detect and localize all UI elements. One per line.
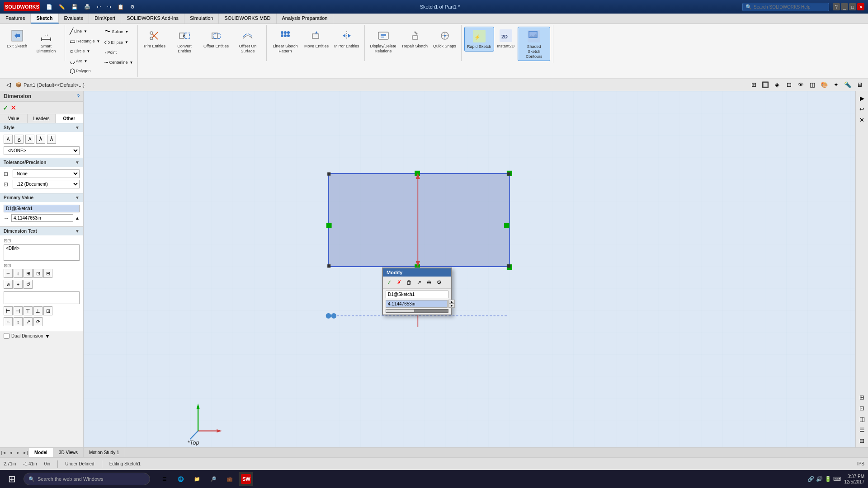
- modify-cancel-button[interactable]: ✗: [395, 278, 404, 287]
- modify-settings-button[interactable]: ⚙: [434, 278, 443, 287]
- tray-keyboard-icon[interactable]: ⌨: [833, 476, 841, 482]
- view-3d-button[interactable]: 🔲: [760, 80, 770, 90]
- tray-network-icon[interactable]: 🔗: [807, 476, 814, 482]
- dim-text-btn-3[interactable]: ⊞: [24, 269, 33, 278]
- dim-gap-btn-4[interactable]: ⟳: [33, 317, 42, 326]
- menu-undo[interactable]: ↩: [94, 3, 104, 11]
- view-orientation-button[interactable]: ⊞: [749, 80, 759, 90]
- centerline-button[interactable]: ┄ Centerline ▼: [103, 58, 135, 67]
- dim-text-btn-2[interactable]: ↕: [14, 269, 23, 278]
- primary-name-field[interactable]: [4, 205, 80, 212]
- dim-gap-btn-2[interactable]: ↕: [14, 317, 23, 326]
- panel-cancel-button[interactable]: ✕: [10, 103, 16, 112]
- style-icon-4[interactable]: Å: [36, 135, 45, 144]
- offset-button[interactable]: Offset Entities: [201, 27, 231, 51]
- right-view-btn-2[interactable]: ⊡: [857, 403, 867, 413]
- dim-align-btn-2[interactable]: ⊣: [14, 306, 23, 315]
- dual-dimension-checkbox[interactable]: [4, 333, 9, 339]
- circle-button[interactable]: ○ Circle ▼: [68, 47, 102, 56]
- tab-motion-study[interactable]: Motion Study 1: [84, 448, 125, 457]
- style-icon-2[interactable]: A̲: [14, 135, 24, 144]
- spline-button[interactable]: 〜 Spline ▼: [103, 27, 135, 37]
- maximize-button[interactable]: □: [849, 3, 856, 10]
- dim-gap-btn-1[interactable]: ↔: [4, 317, 13, 326]
- style-icon-3[interactable]: Ä: [25, 135, 34, 144]
- offset-surface-button[interactable]: Offset On Surface: [232, 27, 264, 56]
- dim-text-area2[interactable]: [4, 291, 80, 304]
- move-entities-button[interactable]: Move Entities: [302, 27, 331, 51]
- dim-align-btn-5[interactable]: ⊞: [43, 306, 52, 315]
- taskbar-ie[interactable]: 🌐: [174, 472, 188, 486]
- nav-prev-button[interactable]: ◄: [7, 448, 14, 458]
- right-btn-3[interactable]: ✕: [857, 115, 867, 125]
- style-icon-5[interactable]: Â: [47, 135, 56, 144]
- nav-last-button[interactable]: ►|: [22, 448, 29, 458]
- toggle-left-panel-button[interactable]: ◁: [4, 80, 14, 90]
- tab-mbd[interactable]: SOLIDWORKS MBD: [219, 14, 276, 23]
- start-button[interactable]: ⊞: [4, 471, 20, 487]
- rectangle-button[interactable]: ▭ Rectangle ▼: [68, 37, 102, 46]
- linear-sketch-button[interactable]: Linear Sketch Pattern: [269, 27, 301, 56]
- dim-align-btn-4[interactable]: ⊥: [33, 306, 42, 315]
- tab-features[interactable]: Features: [0, 14, 31, 23]
- mirror-button[interactable]: Mirror Entities: [332, 27, 362, 51]
- point-button[interactable]: · Point: [103, 48, 135, 57]
- menu-more[interactable]: 📋: [115, 3, 127, 11]
- dim-text-btn-6[interactable]: ⌀: [4, 280, 13, 289]
- modify-expand-button[interactable]: ↗: [415, 278, 424, 287]
- tab-analysis[interactable]: Analysis Preparation: [277, 14, 334, 23]
- taskbar-task-view[interactable]: ☰: [157, 472, 172, 486]
- tray-battery-icon[interactable]: 🔋: [825, 476, 831, 482]
- right-btn-2[interactable]: ↩: [857, 104, 867, 114]
- quick-snaps-button[interactable]: Quick Snaps: [431, 27, 458, 51]
- nav-first-button[interactable]: |◄: [0, 448, 7, 458]
- tab-leaders[interactable]: Leaders: [28, 114, 55, 123]
- view-apply-button[interactable]: ✦: [831, 80, 841, 90]
- minimize-button[interactable]: ?: [833, 3, 840, 10]
- line-button[interactable]: ╱ Line ▼: [68, 27, 102, 36]
- menu-edit[interactable]: ✏️: [56, 3, 68, 11]
- tab-value[interactable]: Value: [0, 114, 28, 123]
- restore-button[interactable]: _: [841, 3, 848, 10]
- trim-button[interactable]: Trim Entities: [141, 27, 168, 51]
- modify-ok-button[interactable]: ✓: [385, 278, 394, 287]
- convert-button[interactable]: Convert Entities: [169, 27, 200, 56]
- menu-redo[interactable]: ↪: [104, 3, 114, 11]
- tab-simulation[interactable]: Simulation: [184, 14, 219, 23]
- dim-text-btn-1[interactable]: ↔: [4, 269, 13, 278]
- polygon-button[interactable]: ⬡ Polygon: [68, 66, 102, 75]
- smart-dimension-button[interactable]: ↔ Smart Dimension: [30, 27, 62, 56]
- tab-dimxpert[interactable]: DimXpert: [89, 14, 121, 23]
- right-view-btn-4[interactable]: ☰: [857, 425, 867, 435]
- dim-align-btn-1[interactable]: ⊢: [4, 306, 13, 315]
- menu-save[interactable]: 💾: [69, 3, 80, 11]
- taskbar-solidworks[interactable]: SW: [239, 472, 253, 486]
- precision-dropdown[interactable]: .12 (Document): [13, 180, 80, 188]
- taskbar-store[interactable]: 💼: [222, 472, 237, 486]
- dim-gap-btn-3[interactable]: ↗: [24, 317, 33, 326]
- taskbar-explorer[interactable]: 📁: [190, 472, 204, 486]
- dim-text-btn-8[interactable]: ↺: [24, 280, 33, 289]
- dim-align-btn-3[interactable]: ⊤: [24, 306, 33, 315]
- modify-delete-button[interactable]: 🗑: [405, 278, 414, 287]
- taskbar-search[interactable]: 🔍 Search the web and Windows: [24, 473, 150, 485]
- panel-help-icon[interactable]: ?: [77, 94, 80, 99]
- right-btn-1[interactable]: ▶: [857, 93, 867, 103]
- arc-button[interactable]: ◡ Arc ▼: [68, 56, 102, 66]
- primary-value-field[interactable]: [11, 214, 73, 222]
- right-view-btn-5[interactable]: ⊟: [857, 436, 867, 446]
- menu-print[interactable]: 🖨️: [81, 3, 93, 11]
- style-section-header[interactable]: Style ▼: [0, 123, 83, 132]
- view-display-button[interactable]: 👁: [796, 80, 806, 90]
- modify-value-field[interactable]: [386, 300, 448, 308]
- view-shading-button[interactable]: ◈: [772, 80, 782, 90]
- tolerance-section-header[interactable]: Tolerance/Precision ▼: [0, 158, 83, 167]
- primary-value-header[interactable]: Primary Value ▼: [0, 193, 83, 202]
- search-input[interactable]: [754, 5, 826, 9]
- dim-text-area[interactable]: <DIM>: [4, 244, 80, 261]
- instant2d-button[interactable]: 2D Instant2D: [495, 27, 517, 51]
- view-scene-button[interactable]: 🔦: [843, 80, 853, 90]
- panel-ok-button[interactable]: ✓: [3, 103, 9, 112]
- tab-sketch[interactable]: Sketch: [31, 14, 58, 23]
- display-delete-button[interactable]: Display/Delete Relations: [368, 27, 399, 56]
